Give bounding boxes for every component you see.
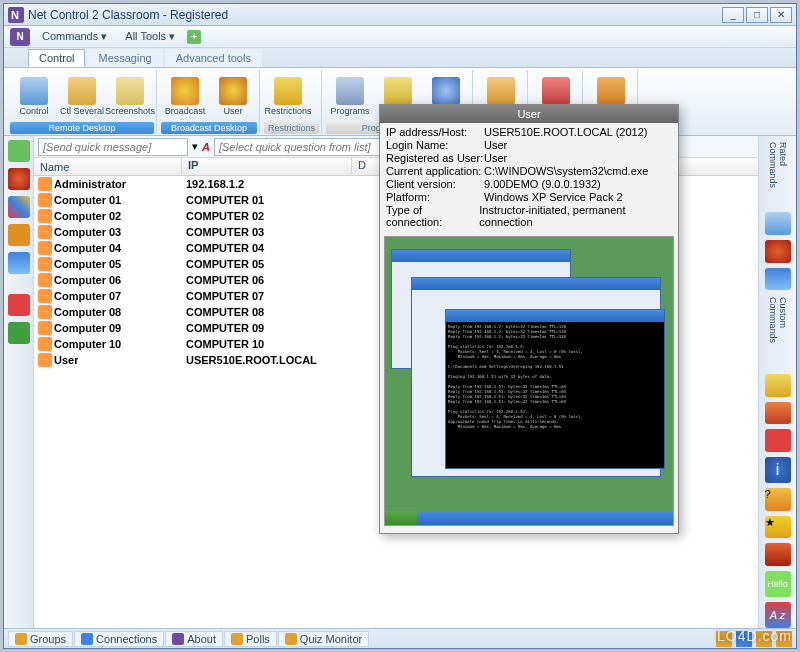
app-window-icon[interactable] bbox=[765, 268, 791, 291]
info-label: Current application: bbox=[386, 165, 484, 177]
info-row: Current application:C:\WINDOWS\system32\… bbox=[386, 165, 672, 177]
minimize-button[interactable]: _ bbox=[722, 7, 744, 23]
info-value: Instructor-initiated, permanent connecti… bbox=[479, 204, 672, 228]
info-label: Type of connection: bbox=[386, 204, 479, 228]
btn-programs[interactable]: Programs bbox=[326, 70, 374, 122]
info-value: USER510E.ROOT.LOCAL (2012) bbox=[484, 126, 647, 138]
info-value: C:\WINDOWS\system32\cmd.exe bbox=[484, 165, 648, 177]
lightning-icon bbox=[597, 77, 625, 105]
row-name: Computer 06 bbox=[54, 274, 121, 286]
az-button[interactable]: A z bbox=[765, 602, 791, 628]
xp-taskbar bbox=[385, 511, 673, 525]
info-label: Login Name: bbox=[386, 139, 484, 151]
row-ip: COMPUTER 06 bbox=[182, 274, 352, 286]
monitor-icon bbox=[20, 77, 48, 105]
pencil-icon[interactable] bbox=[765, 402, 791, 425]
row-ip: COMPUTER 03 bbox=[182, 226, 352, 238]
row-ip: COMPUTER 05 bbox=[182, 258, 352, 270]
row-ip: COMPUTER 01 bbox=[182, 194, 352, 206]
info-label: Client version: bbox=[386, 178, 484, 190]
col-ip[interactable]: IP bbox=[182, 158, 352, 175]
computer-icon bbox=[38, 305, 52, 319]
close-button[interactable]: ✕ bbox=[770, 7, 792, 23]
font-toggle[interactable]: A bbox=[202, 141, 210, 153]
screen-thumbnail[interactable]: Reply from 192.168.1.2: bytes=32 time<1m… bbox=[384, 236, 674, 526]
rated-commands-label: Rated Commands bbox=[766, 140, 790, 207]
broadcast-icon bbox=[171, 77, 199, 105]
main-tabs: Control Messaging Advanced tools bbox=[4, 48, 796, 68]
info-label: Registered as User: bbox=[386, 152, 484, 164]
custom-commands-label: Custom Commands bbox=[766, 295, 790, 368]
add-button[interactable]: + bbox=[187, 30, 201, 44]
btn-restrictions[interactable]: Restrictions bbox=[264, 70, 312, 122]
row-ip: 192.168.1.2 bbox=[182, 178, 352, 190]
login-icon bbox=[384, 77, 412, 105]
row-ip: USER510E.ROOT.LOCAL bbox=[182, 354, 352, 366]
computer-icon bbox=[38, 289, 52, 303]
tab-quiz[interactable]: Quiz Monitor bbox=[278, 631, 369, 647]
lock-x-icon bbox=[542, 77, 570, 105]
tab-groups[interactable]: Groups bbox=[8, 631, 73, 647]
signal-icon[interactable] bbox=[765, 240, 791, 263]
monitor-icon[interactable] bbox=[765, 212, 791, 235]
row-ip: COMPUTER 02 bbox=[182, 210, 352, 222]
left-toolbox bbox=[4, 136, 34, 628]
tab-connections[interactable]: Connections bbox=[74, 631, 164, 647]
row-name: Computer 09 bbox=[54, 322, 121, 334]
refresh-icon[interactable] bbox=[8, 140, 30, 162]
window-title: Net Control 2 Classroom - Registered bbox=[28, 8, 722, 22]
menu-alltools[interactable]: All Tools ▾ bbox=[119, 28, 181, 45]
btn-screenshots[interactable]: Screenshots bbox=[106, 70, 154, 122]
btn-broadcast[interactable]: Broadcast bbox=[161, 70, 209, 122]
dropdown-icon[interactable]: ▾ bbox=[192, 140, 198, 153]
quick-message-input[interactable] bbox=[38, 138, 188, 156]
row-ip: COMPUTER 07 bbox=[182, 290, 352, 302]
polls-icon bbox=[231, 633, 243, 645]
row-ip: COMPUTER 09 bbox=[182, 322, 352, 334]
info-label: IP address/Host: bbox=[386, 126, 484, 138]
row-name: Computer 10 bbox=[54, 338, 121, 350]
btn-ctlseveral[interactable]: Ctl Several bbox=[58, 70, 106, 122]
computer-icon bbox=[38, 177, 52, 191]
quick-question-input[interactable] bbox=[214, 138, 404, 156]
tab-messaging[interactable]: Messaging bbox=[87, 49, 162, 67]
start-button bbox=[385, 511, 417, 525]
info-row: Platform:Windows XP Service Pack 2 bbox=[386, 191, 672, 203]
info-row: Type of connection:Instructor-initiated,… bbox=[386, 204, 672, 228]
computer-icon bbox=[38, 209, 52, 223]
info-icon[interactable]: i bbox=[765, 457, 791, 483]
row-ip: COMPUTER 08 bbox=[182, 306, 352, 318]
signal-icon[interactable] bbox=[8, 168, 30, 190]
grid-icon[interactable] bbox=[8, 196, 30, 218]
menu-commands[interactable]: Commands ▾ bbox=[36, 28, 113, 45]
tab-polls[interactable]: Polls bbox=[224, 631, 277, 647]
question-icon[interactable]: ? bbox=[765, 488, 791, 511]
watermark: LO4D.com bbox=[717, 628, 792, 644]
btn-control[interactable]: Control bbox=[10, 70, 58, 122]
info-label: Platform: bbox=[386, 191, 484, 203]
row-ip: COMPUTER 04 bbox=[182, 242, 352, 254]
col-name[interactable]: Name bbox=[34, 158, 182, 175]
message-icon[interactable] bbox=[765, 543, 791, 566]
row-name: Computer 08 bbox=[54, 306, 121, 318]
hello-button[interactable]: Hello bbox=[765, 571, 791, 597]
tab-about[interactable]: About bbox=[165, 631, 223, 647]
maximize-button[interactable]: □ bbox=[746, 7, 768, 23]
group-broadcast-desktop: Broadcast Desktop bbox=[161, 122, 257, 134]
info-value: 9.00DEMO (9.0.0.1932) bbox=[484, 178, 601, 190]
tab-control[interactable]: Control bbox=[28, 49, 85, 67]
computer-icon bbox=[38, 321, 52, 335]
svg-text:N: N bbox=[11, 9, 19, 21]
no-entry-icon[interactable] bbox=[765, 429, 791, 452]
programs-icon bbox=[336, 77, 364, 105]
info-row: IP address/Host:USER510E.ROOT.LOCAL (201… bbox=[386, 126, 672, 138]
sort-az-icon[interactable] bbox=[8, 252, 30, 274]
flag-green-icon[interactable] bbox=[8, 322, 30, 344]
btn-user[interactable]: User bbox=[209, 70, 257, 122]
star-icon[interactable]: ★ bbox=[765, 516, 791, 539]
lock-icon[interactable] bbox=[8, 224, 30, 246]
tab-advanced[interactable]: Advanced tools bbox=[165, 49, 262, 67]
flag-red-icon[interactable] bbox=[8, 294, 30, 316]
keys-icon[interactable] bbox=[765, 374, 791, 397]
computer-icon bbox=[38, 353, 52, 367]
